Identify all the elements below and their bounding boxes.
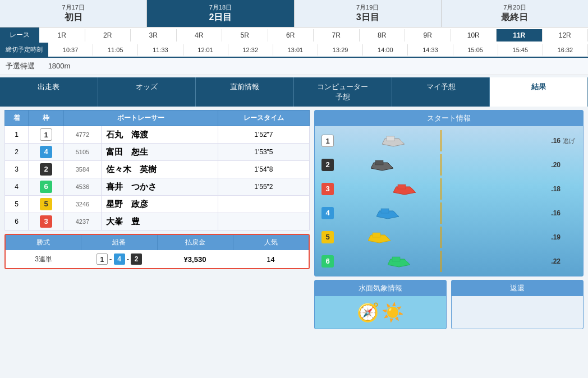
table-row: 2 4 5105 富田 恕生 1'53"5	[5, 144, 310, 161]
race-8[interactable]: 8R	[360, 29, 406, 42]
svg-rect-11	[392, 257, 400, 261]
col-frame: 枠	[29, 110, 63, 126]
racer-name-cell: 佐々木 英樹	[102, 161, 218, 178]
race-num-row: レース 1R 2R 3R 4R 5R 6R 7R 8R 9R 10R 11R 1…	[0, 27, 588, 43]
sub-info: 予選特選 1800m	[0, 58, 588, 75]
payout-header: 勝式 組番 払戻金 人気	[6, 235, 309, 250]
start-row: 1.16逃げ	[317, 129, 581, 153]
frame-badge: 5	[40, 198, 52, 210]
race-2[interactable]: 2R	[85, 29, 131, 42]
date-cell-3[interactable]: 7月20日 最終日	[442, 0, 588, 27]
start-time: .20	[545, 161, 561, 169]
date-cell-2[interactable]: 7月19日 3日目	[295, 0, 442, 27]
time-2: 11:05	[93, 44, 138, 56]
payout-body: 3連単 1 - 4 - 2 ¥3,530 14	[6, 250, 309, 268]
frame-cell: 4	[29, 144, 63, 161]
date-cell-1[interactable]: 7月18日 2日目	[147, 0, 294, 27]
frame-cell: 3	[29, 213, 63, 231]
start-row: 4.16	[317, 201, 581, 225]
start-num-badge: 4	[321, 207, 334, 219]
sun-icon: ☀️	[382, 302, 404, 322]
rank-cell: 2	[5, 144, 29, 161]
svg-rect-1	[387, 136, 394, 141]
rank-cell: 4	[5, 178, 29, 196]
race-1[interactable]: 1R	[39, 29, 85, 42]
left-panel: 着 枠 ボートレーサー レースタイム 1 1 4772 石丸 海渡 1'52"7…	[4, 110, 310, 329]
tab-computer[interactable]: コンピューター予想	[294, 77, 392, 107]
start-time: .16	[545, 137, 561, 145]
rank-cell: 5	[5, 196, 29, 213]
racer-name-cell: 富田 恕生	[102, 144, 218, 161]
svg-rect-3	[375, 160, 383, 165]
start-num-badge: 3	[321, 183, 334, 195]
race-5[interactable]: 5R	[222, 29, 268, 42]
time-11: 15:45	[498, 44, 543, 56]
date-day-0: 7月17日	[0, 3, 146, 12]
combo-badge-1: 1	[97, 253, 108, 265]
time-cell: 1'53"5	[218, 144, 309, 161]
time-3: 11:33	[138, 44, 183, 56]
return-body	[452, 296, 583, 307]
col-racer: ボートレーサー	[63, 110, 218, 126]
date-label-1: 2日目	[147, 12, 293, 24]
tab-entry[interactable]: 出走表	[0, 77, 98, 107]
table-row: 5 5 3246 星野 政彦	[5, 196, 310, 213]
start-line	[440, 202, 442, 224]
start-time: .16	[545, 209, 561, 217]
payout-col-combo: 組番	[81, 235, 157, 250]
start-time: .22	[545, 257, 561, 265]
frame-cell: 6	[29, 178, 63, 196]
start-line	[440, 178, 442, 200]
race-selector: レース 1R 2R 3R 4R 5R 6R 7R 8R 9R 10R 11R 1…	[0, 27, 588, 58]
payout-type: 3連単	[6, 255, 81, 264]
date-day-1: 7月18日	[147, 3, 293, 12]
payout-popularity: 14	[233, 255, 309, 264]
rank-cell: 3	[5, 161, 29, 178]
race-10[interactable]: 10R	[451, 29, 497, 42]
time-cell	[218, 213, 309, 231]
frame-badge: 6	[40, 181, 52, 193]
race-time-row: 締切予定時刻 10:37 11:05 11:33 12:01 12:32 13:…	[0, 43, 588, 57]
racer-id-cell: 3584	[63, 161, 101, 178]
time-10: 15:05	[453, 44, 498, 56]
weather-box: 水面気象情報 🧭 ☀️	[314, 280, 447, 329]
tab-results[interactable]: 結果	[490, 77, 588, 107]
race-3[interactable]: 3R	[131, 29, 177, 42]
racer-id-cell: 4536	[63, 178, 101, 196]
time-12: 16:32	[543, 44, 588, 56]
time-cell	[218, 196, 309, 213]
weather-return-row: 水面気象情報 🧭 ☀️ 返還	[314, 280, 584, 329]
time-7: 13:29	[318, 44, 363, 56]
frame-cell: 1	[29, 126, 63, 144]
race-9[interactable]: 9R	[405, 29, 451, 42]
race-4[interactable]: 4R	[177, 29, 223, 42]
tab-odds[interactable]: オッズ	[98, 77, 196, 107]
payout-box: 勝式 組番 払戻金 人気 3連単 1 - 4 - 2 ¥3,530 14	[4, 234, 310, 269]
tab-bar: 出走表 オッズ 直前情報 コンピューター予想 マイ予想 結果	[0, 77, 588, 107]
table-row: 6 3 4237 大峯 豊	[5, 213, 310, 231]
start-num-badge: 2	[321, 159, 334, 171]
start-row: 2.20	[317, 153, 581, 177]
date-label-3: 最終日	[442, 12, 588, 24]
race-11[interactable]: 11R	[497, 29, 543, 42]
payout-col-popularity: 人気	[233, 235, 309, 250]
race-7[interactable]: 7R	[314, 29, 360, 42]
racer-name-cell: 大峯 豊	[102, 213, 218, 231]
date-day-2: 7月19日	[295, 3, 441, 12]
date-cell-0[interactable]: 7月17日 初日	[0, 0, 147, 27]
frame-badge: 3	[40, 215, 52, 228]
race-6[interactable]: 6R	[268, 29, 314, 42]
start-line	[440, 227, 442, 248]
time-5: 12:32	[228, 44, 273, 56]
tab-my-predict[interactable]: マイ予想	[392, 77, 490, 107]
start-line	[440, 154, 442, 176]
race-12[interactable]: 12R	[543, 29, 589, 42]
frame-cell: 5	[29, 196, 63, 213]
time-8: 14:00	[363, 44, 408, 56]
time-label: 締切予定時刻	[0, 43, 48, 57]
date-day-3: 7月20日	[442, 3, 588, 12]
racer-id-cell: 3246	[63, 196, 101, 213]
results-table: 着 枠 ボートレーサー レースタイム 1 1 4772 石丸 海渡 1'52"7…	[4, 110, 310, 231]
tab-pre-info[interactable]: 直前情報	[196, 77, 294, 107]
combo-badge-4: 4	[114, 253, 125, 265]
